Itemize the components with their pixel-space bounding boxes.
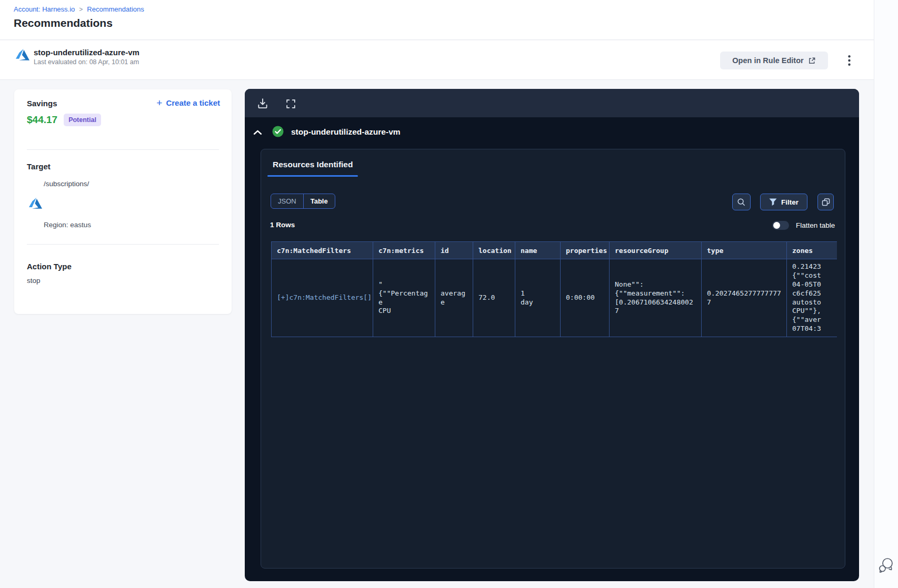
copy-button[interactable] [817,194,834,210]
flatten-table-toggle[interactable] [772,221,789,230]
kebab-menu-icon [848,55,851,66]
azure-icon [29,198,42,210]
tab-label: Resources Identified [273,160,353,169]
toggle-knob [773,222,780,229]
panel-toolbar [245,89,859,117]
open-in-rule-editor-button[interactable]: Open in Rule Editor [720,52,828,69]
potential-badge: Potential [64,114,101,126]
cell-zones: 0.21423 {""cost 04-05T0 c6cf625 autosto … [787,259,837,337]
view-table-button[interactable]: Table [303,194,335,208]
chat-bubbles-icon [879,557,895,574]
breadcrumb: Account: Harness.io > Recommendations [14,5,144,13]
divider [27,244,219,245]
search-icon [737,198,746,207]
external-link-icon [808,57,816,65]
rows-count: 1 Rows [270,221,295,229]
savings-amount: $44.17 [27,114,57,126]
column-header-location: location [473,242,515,259]
last-evaluated-text: Last evaluated on: 08 Apr, 10:01 am [34,58,139,66]
cell-name: 1 day [515,259,561,337]
support-chat-button[interactable] [879,556,895,574]
page-header: Account: Harness.io > Recommendations Re… [0,0,874,40]
cell-type: 0.20274652777777777 [702,259,787,337]
column-header-name: name [515,242,561,259]
download-button[interactable] [256,97,270,110]
target-region: Region: eastus [44,221,91,229]
view-mode-segmented-control: JSON Table [271,194,335,209]
resources-table: c7n:MatchedFilters c7n:metrics id locati… [271,241,837,337]
resources-card: Resources Identified JSON Table [261,149,845,569]
cell-id: average [435,259,473,337]
breadcrumb-separator: > [79,6,83,13]
view-json-button[interactable]: JSON [271,194,303,208]
collapse-chevron-button[interactable] [253,126,266,138]
action-type-label: Action Type [27,262,72,271]
filter-label: Filter [781,198,799,206]
breadcrumb-recommendations-link[interactable]: Recommendations [87,5,144,13]
flatten-table-label: Flatten table [796,221,835,229]
divider [27,149,219,150]
results-panel: stop-underutilized-azure-vm Resources Id… [245,89,859,581]
column-header-id: id [435,242,473,259]
filter-funnel-icon [769,198,777,206]
cell-resource-group: None"": {""measurement"": [0.20671066342… [610,259,702,337]
filter-button[interactable]: Filter [760,194,807,210]
resources-table-wrapper: c7n:MatchedFilters c7n:metrics id locati… [271,241,837,337]
recommendations-page: Account: Harness.io > Recommendations Re… [0,0,898,588]
tab-resources-identified[interactable]: Resources Identified [267,156,358,177]
recommendation-name: stop-underutilized-azure-vm [34,48,139,57]
savings-label: Savings [27,99,57,108]
column-header-metrics: c7n:metrics [373,242,435,259]
column-header-matched-filters: c7n:MatchedFilters [272,242,373,259]
page-title: Recommendations [14,17,113,29]
cell-metrics: " {""Percentage CPU [373,259,435,337]
recommendation-header: stop-underutilized-azure-vm Last evaluat… [0,40,874,80]
details-card: Savings + Create a ticket $44.17 Potenti… [14,89,232,314]
success-check-icon [272,126,284,137]
fullscreen-button[interactable] [285,97,298,110]
table-row: [+]c7n:MatchedFilters[] " {""Percentage … [272,259,837,337]
plus-icon: + [156,98,162,108]
cell-properties: 0:00:00 [561,259,610,337]
column-header-resource-group: resourceGroup [610,242,702,259]
create-ticket-link[interactable]: + Create a ticket [156,98,220,108]
table-header-row: c7n:MatchedFilters c7n:metrics id locati… [272,242,837,259]
right-rail [874,0,898,588]
column-header-zones: zones [787,242,837,259]
open-in-rule-editor-label: Open in Rule Editor [732,56,803,65]
azure-icon [16,49,29,62]
breadcrumb-account-link[interactable]: Account: Harness.io [14,5,75,13]
copy-icon [821,197,831,207]
cell-location: 72.0 [473,259,515,337]
column-header-type: type [702,242,787,259]
target-label: Target [27,162,51,171]
more-options-button[interactable] [841,51,857,70]
action-type-value: stop [27,277,41,285]
column-header-properties: properties [561,242,610,259]
create-ticket-label: Create a ticket [166,98,220,107]
target-path: /subscriptions/ [44,180,89,188]
search-button[interactable] [732,194,751,210]
panel-title: stop-underutilized-azure-vm [291,127,401,137]
cell-matched-filters-expander[interactable]: [+]c7n:MatchedFilters[] [272,259,373,337]
